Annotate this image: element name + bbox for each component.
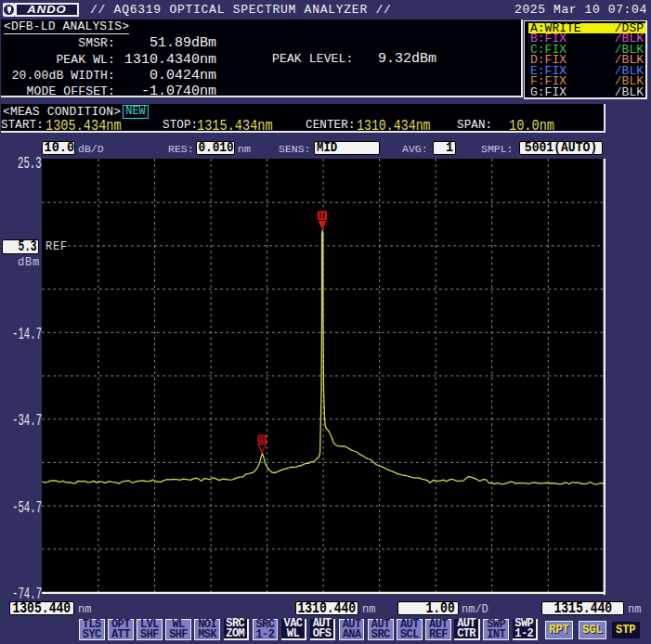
svg-text:REF: REF: [46, 240, 68, 253]
